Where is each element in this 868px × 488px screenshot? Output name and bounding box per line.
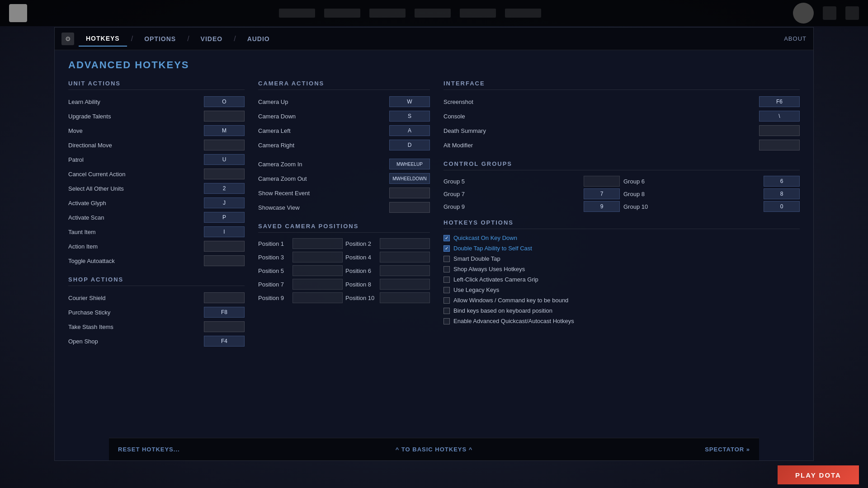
hotkey-input[interactable] [204, 292, 245, 303]
hotkey-row: ScreenshotF6 [443, 95, 800, 108]
store-icon[interactable] [845, 6, 859, 20]
hotkey-input[interactable]: MWHEELDOWN [389, 173, 430, 184]
hotkey-input[interactable] [389, 188, 430, 198]
tab-sep-2: / [185, 35, 191, 43]
checkbox[interactable] [443, 266, 450, 272]
hotkey-input[interactable]: F4 [204, 336, 245, 347]
checkbox[interactable] [443, 245, 450, 252]
hotkey-input[interactable]: M [204, 125, 245, 136]
hotkey-input[interactable] [204, 140, 245, 150]
cg-input[interactable]: 0 [764, 201, 800, 212]
reset-hotkeys-button[interactable]: RESET HOTKEYS... [118, 446, 180, 453]
hotkey-row: Death Summary [443, 124, 800, 137]
hotkey-input[interactable] [389, 202, 430, 213]
tab-audio[interactable]: AUDIO [240, 32, 277, 46]
hotkey-label: Camera Up [258, 99, 389, 105]
hotkey-input[interactable]: 2 [204, 183, 245, 194]
hotkey-input[interactable]: D [389, 140, 430, 150]
hotkey-label: Learn Ability [68, 99, 204, 105]
hotkey-input[interactable]: O [204, 96, 245, 107]
hotkey-row: Upgrade Talents [68, 110, 245, 122]
camera-pos-input[interactable] [292, 265, 343, 276]
hotkey-input[interactable]: P [204, 212, 245, 223]
spectator-button[interactable]: SPECTATOR » [705, 446, 750, 453]
hotkey-input[interactable] [759, 140, 800, 150]
hotkey-row: Purchase StickyF8 [68, 306, 245, 319]
cg-label: Group 10 [623, 203, 760, 210]
cg-input[interactable]: 8 [764, 188, 800, 199]
hotkey-input[interactable]: I [204, 226, 245, 237]
hotkey-input[interactable]: U [204, 154, 245, 165]
hotkey-row: Show Recent Event [258, 187, 430, 199]
camera-pos-row: Position 6 [345, 265, 430, 276]
checkbox[interactable] [443, 318, 450, 324]
hotkey-input[interactable] [204, 255, 245, 266]
hotkey-input[interactable]: F8 [204, 307, 245, 318]
camera-pos-input[interactable] [380, 252, 430, 263]
option-row: Shop Always Uses Hotkeys [443, 266, 800, 272]
settings-icon[interactable] [823, 6, 836, 20]
cg-input[interactable]: 9 [584, 201, 620, 212]
hotkey-input[interactable] [204, 111, 245, 122]
checkbox[interactable] [443, 256, 450, 262]
camera-pos-input[interactable] [292, 252, 343, 263]
hotkey-input[interactable]: J [204, 197, 245, 208]
page-title: ADVANCED HOTKEYS [68, 59, 800, 71]
cg-input[interactable] [584, 176, 620, 187]
hotkey-input[interactable]: F6 [759, 96, 800, 107]
hotkey-input[interactable] [759, 125, 800, 136]
hotkey-label: Taunt Item [68, 229, 204, 235]
option-row: Enable Advanced Quickcast/Autocast Hotke… [443, 318, 800, 324]
hotkey-row: Action Item [68, 240, 245, 253]
camera-pos-input[interactable] [292, 279, 343, 290]
hotkey-row: Select All Other Units2 [68, 182, 245, 195]
hotkey-label: Directional Move [68, 142, 204, 149]
hotkey-row: Courier Shield [68, 291, 245, 304]
checkbox[interactable] [443, 308, 450, 314]
basic-hotkeys-button[interactable]: ^ TO BASIC HOTKEYS ^ [396, 446, 473, 453]
hotkey-row: Taunt ItemI [68, 225, 245, 238]
camera-pos-input[interactable] [292, 238, 343, 249]
hotkey-input[interactable] [204, 321, 245, 332]
option-label: Enable Advanced Quickcast/Autocast Hotke… [453, 318, 574, 324]
tab-hotkeys[interactable]: HOTKEYS [79, 31, 127, 47]
hotkey-input[interactable]: A [389, 125, 430, 136]
column-1: UNIT ACTIONS Learn AbilityOUpgrade Talen… [68, 80, 245, 349]
cg-label: Group 9 [443, 203, 580, 210]
camera-pos-input[interactable] [380, 265, 430, 276]
tab-about[interactable]: ABOUT [784, 35, 807, 42]
hotkey-input[interactable] [204, 169, 245, 179]
camera-pos-label: Position 1 [258, 240, 290, 247]
user-avatar[interactable] [793, 3, 814, 23]
shop-section: SHOP ACTIONS Courier ShieldPurchase Stic… [68, 276, 245, 347]
nav-item [460, 9, 496, 18]
nav-item [505, 9, 541, 18]
checkbox[interactable] [443, 297, 450, 304]
option-label: Bind keys based on keyboard position [453, 307, 552, 314]
hotkey-input[interactable] [204, 241, 245, 252]
hotkey-row: Console\ [443, 110, 800, 122]
checkbox[interactable] [443, 277, 450, 283]
camera-pos-input[interactable] [380, 292, 430, 303]
hotkey-input[interactable]: \ [759, 111, 800, 122]
hotkey-row: Directional Move [68, 139, 245, 151]
hotkey-row: Activate ScanP [68, 211, 245, 224]
hotkey-input[interactable]: MWHEELUP [389, 159, 430, 169]
hotkey-input[interactable]: W [389, 96, 430, 107]
tab-options[interactable]: OPTIONS [137, 32, 183, 46]
option-label: Allow Windows / Command key to be bound [453, 297, 568, 304]
hotkey-label: Action Item [68, 243, 204, 250]
camera-pos-input[interactable] [380, 238, 430, 249]
camera-pos-input[interactable] [292, 292, 343, 303]
cg-input[interactable]: 6 [764, 176, 800, 187]
play-dota-button[interactable]: PLAY DOTA [778, 465, 859, 484]
checkbox[interactable] [443, 235, 450, 241]
camera-pos-input[interactable] [380, 279, 430, 290]
tab-video[interactable]: VIDEO [193, 32, 230, 46]
hotkey-row: Cancel Current Action [68, 168, 245, 180]
camera-pos-row: Position 5 [258, 265, 343, 276]
hotkey-input[interactable]: S [389, 111, 430, 122]
cg-input[interactable]: 7 [584, 188, 620, 199]
checkbox[interactable] [443, 287, 450, 293]
unit-actions-list: Learn AbilityOUpgrade TalentsMoveMDirect… [68, 95, 245, 267]
